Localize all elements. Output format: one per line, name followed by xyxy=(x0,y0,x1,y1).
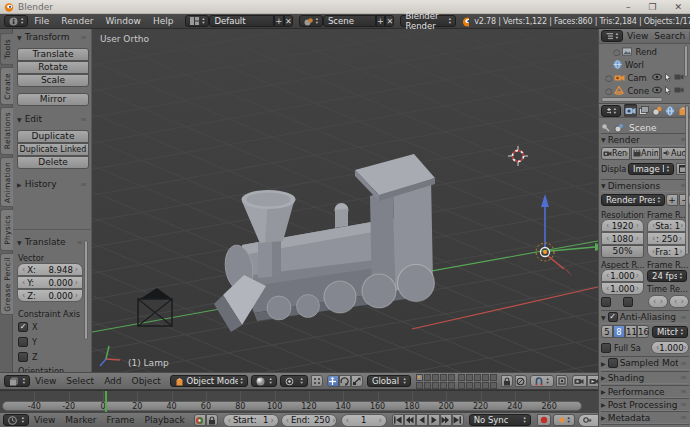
pin-icon[interactable] xyxy=(601,123,610,132)
sync-mode-dropdown[interactable]: No Sync ▴▾ xyxy=(469,414,531,426)
layer-cell[interactable] xyxy=(474,374,481,381)
transform-panel-header[interactable]: ▼ Transform≡ xyxy=(17,32,89,42)
vp-menu-add[interactable]: Add xyxy=(104,376,121,386)
scale-button[interactable]: Scale xyxy=(17,74,89,87)
metadata-panel-header[interactable]: ▶Metadata≡ xyxy=(601,411,689,423)
minimize-button[interactable]: – xyxy=(626,2,631,12)
sampled-motion-blur-panel-header[interactable]: ▶ Sampled Motion B≡ xyxy=(601,356,689,369)
proportional-edit-toggle[interactable] xyxy=(515,375,527,387)
preview-range-toggle[interactable] xyxy=(194,414,206,426)
tab-scene[interactable] xyxy=(650,104,663,117)
snap-dropdown[interactable]: ▴▾ xyxy=(530,375,554,387)
screen-layout-name-field[interactable]: Default xyxy=(209,15,274,27)
tab-animation[interactable]: Animation xyxy=(0,157,13,207)
duplicate-linked-button[interactable]: Duplicate Linked xyxy=(17,143,89,156)
tab-tools[interactable]: Tools xyxy=(0,33,13,65)
layer-cell[interactable] xyxy=(416,382,423,389)
frame-end-field[interactable]: ‹: 250› xyxy=(647,232,687,245)
post-processing-panel-header[interactable]: ▶Post Processing≡ xyxy=(601,398,689,410)
layer-cell[interactable] xyxy=(466,382,473,389)
add-scene-button[interactable]: + xyxy=(376,15,385,27)
outliner-menu-search[interactable]: Search xyxy=(654,31,685,41)
hierarchy-dot-icon[interactable]: ○ xyxy=(605,73,612,83)
editor-type-3dview-dropdown[interactable]: ▴▾ xyxy=(4,375,30,387)
time-remap-new-field[interactable]: ‹› xyxy=(669,295,689,308)
history-panel-header[interactable]: ▶ History≡ xyxy=(17,179,89,189)
hierarchy-dot-icon[interactable]: ○ xyxy=(605,86,612,96)
resolution-x-field[interactable]: ‹1920› xyxy=(601,219,644,232)
jump-to-start-button[interactable] xyxy=(392,414,404,426)
aspect-x-field[interactable]: ‹1.000› xyxy=(601,269,644,282)
constraint-z-row[interactable]: Z xyxy=(18,352,38,362)
layer-cell[interactable] xyxy=(440,382,447,389)
operator-panel-header[interactable]: ▼ Translate≡ xyxy=(17,237,85,247)
timeline-horizontal-scrollbar[interactable] xyxy=(2,401,582,411)
render-opengl-anim-button[interactable] xyxy=(587,375,598,387)
display-mode-dropdown[interactable]: Image E ▴▾ xyxy=(628,163,674,175)
layer-cell[interactable] xyxy=(432,374,439,381)
3d-cursor[interactable] xyxy=(508,146,528,166)
layer-cell[interactable] xyxy=(482,374,489,381)
aa-samples-5-button[interactable]: 5 xyxy=(601,325,613,338)
menu-help[interactable]: Help xyxy=(153,16,174,26)
tab-relations[interactable]: Relations xyxy=(0,107,13,155)
viewport-3d[interactable]: User Ortho (1) Lamp xyxy=(92,29,598,372)
renderability-camera-icon[interactable] xyxy=(674,86,684,94)
render-opengl-button[interactable] xyxy=(572,375,587,387)
aa-filter-dropdown[interactable]: Mitchell▴▾ xyxy=(652,326,688,338)
layer-cell[interactable] xyxy=(482,382,489,389)
resolution-percentage-button[interactable]: 50% xyxy=(601,245,644,258)
outliner-item-world[interactable]: Worl xyxy=(599,58,690,71)
manipulator-x-arrow[interactable] xyxy=(562,266,573,277)
render-presets-dropdown[interactable]: Render Pres... ▴▾ xyxy=(601,194,665,206)
motion-blur-checkbox[interactable] xyxy=(608,358,618,368)
mirror-button[interactable]: Mirror xyxy=(17,93,89,106)
dimensions-panel-header[interactable]: ▼Dimensions≡ xyxy=(601,179,689,191)
layer-cell[interactable] xyxy=(474,382,481,389)
tl-menu-view[interactable]: View xyxy=(34,415,55,425)
outliner-menu-view[interactable]: View xyxy=(627,31,648,41)
jump-to-end-button[interactable] xyxy=(452,414,464,426)
outliner-item-cone[interactable]: ○ Cone xyxy=(599,84,690,97)
aa-samples-8-button[interactable]: 8 xyxy=(613,325,625,338)
vp-menu-select[interactable]: Select xyxy=(66,376,94,386)
border-checkbox[interactable] xyxy=(601,297,611,307)
tab-render-layers[interactable] xyxy=(637,104,650,117)
selectability-cursor-icon[interactable] xyxy=(664,73,672,82)
crop-checkbox[interactable] xyxy=(623,297,633,307)
checkbox-x-checked[interactable]: ✓ xyxy=(18,322,28,332)
transform-orientation-dropdown[interactable]: Global ▴▾ xyxy=(367,375,411,387)
scene-icon-dropdown[interactable]: ▴▾ xyxy=(299,15,323,27)
duplicate-button[interactable]: Duplicate xyxy=(17,130,89,143)
selectability-cursor-icon[interactable] xyxy=(664,86,672,95)
vp-menu-view[interactable]: View xyxy=(35,376,56,386)
aa-samples-16-button[interactable]: 16 xyxy=(637,325,649,338)
vector-x-field[interactable]: ‹X:8.948› xyxy=(17,263,83,276)
aa-samples-11-button[interactable]: 11 xyxy=(625,325,637,338)
screen-layout-icon-dropdown[interactable]: ▴▾ xyxy=(185,15,209,27)
tab-physics[interactable]: Physics xyxy=(0,209,13,251)
translate-button[interactable]: Translate xyxy=(17,48,89,61)
menu-window[interactable]: Window xyxy=(105,16,141,26)
layer-cell[interactable] xyxy=(458,374,465,381)
current-frame-field[interactable]: ‹1› xyxy=(341,414,387,427)
viewport-shading-dropdown[interactable]: ▴▾ xyxy=(251,375,277,387)
disclosure-dot-icon[interactable]: ○ xyxy=(613,47,620,57)
anti-aliasing-panel-header[interactable]: ▼ ✓ Anti-Aliasing≡ xyxy=(601,310,689,323)
outliner-vertical-scrollbar[interactable] xyxy=(684,45,688,77)
frame-start-field[interactable]: ‹Start:1› xyxy=(223,414,279,427)
checkbox-z[interactable] xyxy=(18,352,28,362)
shading-panel-header[interactable]: ▶Shading≡ xyxy=(601,371,689,383)
vp-menu-object[interactable]: Object xyxy=(132,376,161,386)
editor-type-outliner-dropdown[interactable]: ▴▾ xyxy=(601,30,623,42)
layer-cell[interactable] xyxy=(424,382,431,389)
timeline-track[interactable]: -40-200204060801001201401601802002202402… xyxy=(0,390,598,412)
next-keyframe-button[interactable] xyxy=(440,414,452,426)
tl-menu-frame[interactable]: Frame xyxy=(106,415,134,425)
layer-cell[interactable] xyxy=(440,374,447,381)
menu-file[interactable]: File xyxy=(34,16,49,26)
aa-size-field[interactable]: ‹1.000› xyxy=(651,341,689,354)
prev-keyframe-button[interactable] xyxy=(404,414,416,426)
tl-menu-playback[interactable]: Playback xyxy=(145,415,185,425)
outliner-horizontal-scrollbar[interactable] xyxy=(601,97,663,102)
